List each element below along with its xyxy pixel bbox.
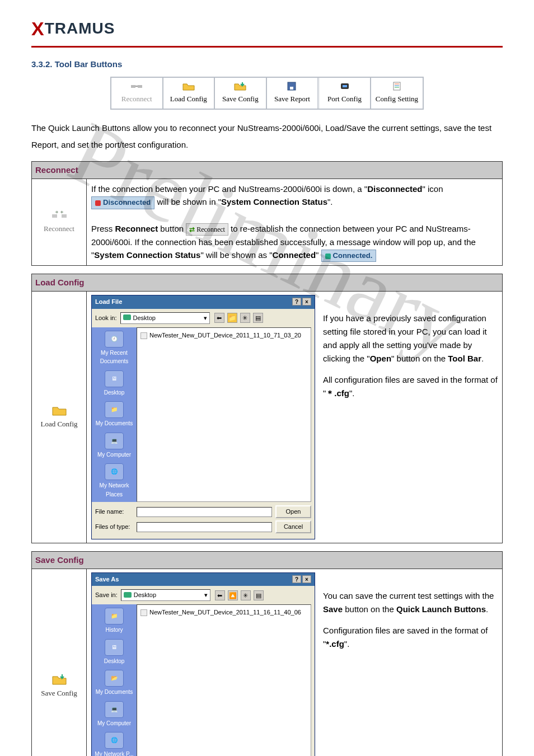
file-name: NewTester_New_DUT_Device_2011_11_16_11_4… — [149, 609, 301, 616]
desktop-icon: 🖥 — [105, 370, 124, 387]
up-icon[interactable]: 📁 — [227, 313, 237, 323]
dialog-title-text: Save As — [95, 575, 119, 584]
place-label: My Network P... — [95, 751, 133, 756]
saveconfig-left-cell: Save Config — [32, 569, 87, 756]
help-icon[interactable]: ? — [292, 575, 301, 583]
close-icon[interactable]: × — [302, 298, 311, 306]
loadconfig-side-text: If you have a previously saved configura… — [323, 295, 498, 408]
file-item[interactable]: NewTester_New_DUT_Device_2011_11_10_71_0… — [139, 330, 308, 341]
green-dot-icon — [325, 253, 331, 259]
place-label: My Network Places — [100, 482, 129, 497]
loadconfig-left-label: Load Config — [40, 419, 77, 430]
desktop-icon: 🖥 — [105, 639, 124, 656]
toolbar-cell-saveconfig: Save Config — [215, 78, 267, 109]
reconnect-block: Reconnect Reconnect If the connection be… — [31, 161, 503, 266]
toolbar-label: Reconnect — [121, 95, 152, 103]
brand-logo: XTRAMUS — [31, 13, 503, 44]
svg-rect-12 — [123, 314, 131, 320]
saveconfig-side-text: You can save the current test settings w… — [323, 572, 498, 659]
place-history[interactable]: 📁History — [105, 608, 124, 635]
quicklaunch-bold: Quick Launch Buttons — [396, 604, 486, 614]
text: " — [316, 250, 318, 260]
load-file-dialog: Load File ?× Look in: Desktop ▾ ⬅ — [91, 295, 315, 539]
file-list[interactable]: NewTester_New_DUT_Device_2011_11_10_71_0… — [137, 327, 311, 503]
back-icon[interactable]: ⬅ — [215, 590, 225, 600]
file-list[interactable]: NewTester_New_DUT_Device_2011_11_16_11_4… — [137, 604, 311, 756]
config-setting-icon — [390, 81, 404, 91]
save-as-dialog: Save As ?× Save in: Desktop ▾ ⬅ — [91, 572, 315, 756]
dialog-titlebar: Save As ?× — [92, 573, 315, 586]
dialog-window-buttons[interactable]: ?× — [291, 575, 311, 584]
place-desktop[interactable]: 🖥Desktop — [104, 370, 125, 397]
text: ". — [349, 388, 355, 398]
place-documents[interactable]: 📁My Documents — [96, 401, 133, 428]
mini-reconnect-button: ⇄ Reconnect — [186, 223, 228, 236]
lookin-label: Look in: — [95, 313, 117, 323]
connected-bold: Connected — [273, 250, 316, 260]
toolbar-bold: Tool Bar — [448, 354, 481, 363]
place-label: My Documents — [96, 420, 133, 426]
reconnect-icon — [130, 81, 143, 91]
text: " will be shown as " — [200, 250, 272, 260]
views-icon[interactable]: ▤ — [253, 313, 263, 323]
place-computer[interactable]: 💻My Computer — [97, 701, 131, 728]
file-item[interactable]: NewTester_New_DUT_Device_2011_11_16_11_4… — [139, 607, 308, 618]
toolbar-label: Save Report — [274, 95, 310, 103]
loadconfig-left-cell: Load Config — [32, 292, 87, 543]
save-report-icon — [285, 81, 299, 91]
text: You can save the current test settings w… — [323, 591, 494, 600]
savein-label: Save in: — [95, 590, 118, 600]
filename-input[interactable] — [137, 507, 272, 517]
places-bar: 📁History 🖥Desktop 📂My Documents 💻My Comp… — [92, 604, 137, 756]
desktop-icon — [123, 314, 131, 321]
cancel-button[interactable]: Cancel — [275, 520, 311, 533]
chevron-down-icon[interactable]: ▾ — [204, 313, 207, 323]
text: Press — [91, 224, 115, 233]
loadconfig-title: Load Config — [32, 274, 502, 292]
place-network[interactable]: 🌐My Network Places — [92, 463, 137, 499]
toolbar-figure: Reconnect Load Config Save Config Save R… — [110, 77, 424, 110]
place-documents[interactable]: 📂My Documents — [96, 670, 133, 697]
desktop-icon — [124, 592, 132, 599]
folder-save-icon — [233, 81, 247, 91]
disconnected-bold: Disconnected — [367, 184, 422, 194]
toolbar-label: Port Config — [327, 95, 362, 103]
toolbar-cell-loadconfig: Load Config — [163, 78, 216, 109]
svg-rect-6 — [394, 82, 400, 90]
savein-select[interactable]: Desktop ▾ — [121, 589, 210, 601]
help-icon[interactable]: ? — [292, 298, 301, 306]
toolbar-cell-savereport: Save Report — [267, 78, 320, 109]
file-icon — [140, 332, 147, 339]
file-name: NewTester_New_DUT_Device_2011_11_10_71_0… — [149, 332, 301, 339]
open-button[interactable]: Open — [275, 505, 311, 518]
place-label: Desktop — [104, 389, 125, 396]
place-recent[interactable]: 🕘My Recent Documents — [92, 331, 137, 366]
newfolder-icon[interactable]: ✳ — [240, 313, 250, 323]
filetype-select[interactable] — [137, 522, 272, 532]
place-label: History — [105, 627, 123, 633]
chevron-down-icon[interactable]: ▾ — [204, 590, 208, 600]
history-icon: 📁 — [105, 608, 124, 624]
newfolder-icon[interactable]: ✳ — [241, 590, 251, 600]
reconnect-icon — [51, 210, 68, 221]
brand-x: X — [31, 18, 45, 39]
close-icon[interactable]: × — [302, 575, 311, 583]
network-icon: 🌐 — [105, 732, 124, 749]
text: ". — [327, 197, 333, 206]
lookin-select[interactable]: Desktop ▾ — [120, 312, 210, 324]
back-icon[interactable]: ⬅ — [214, 313, 224, 323]
toolbar-label: Load Config — [170, 95, 207, 103]
reconnect-bold: Reconnect — [115, 224, 158, 233]
up-icon[interactable]: 🔼 — [228, 590, 238, 600]
text: " button on the — [391, 354, 448, 363]
saveconfig-right: Save As ?× Save in: Desktop ▾ ⬅ — [87, 569, 502, 756]
dialog-titlebar: Load File ?× — [92, 295, 315, 308]
loadconfig-right: Load File ?× Look in: Desktop ▾ ⬅ — [87, 292, 502, 543]
dialog-title-text: Load File — [95, 297, 122, 307]
place-desktop[interactable]: 🖥Desktop — [104, 639, 125, 666]
place-network[interactable]: 🌐My Network P... — [95, 732, 133, 756]
place-computer[interactable]: 💻My Computer — [97, 433, 131, 459]
filetype-label: Files of type: — [95, 522, 133, 532]
dialog-window-buttons[interactable]: ?× — [291, 297, 311, 307]
views-icon[interactable]: ▤ — [254, 590, 264, 600]
